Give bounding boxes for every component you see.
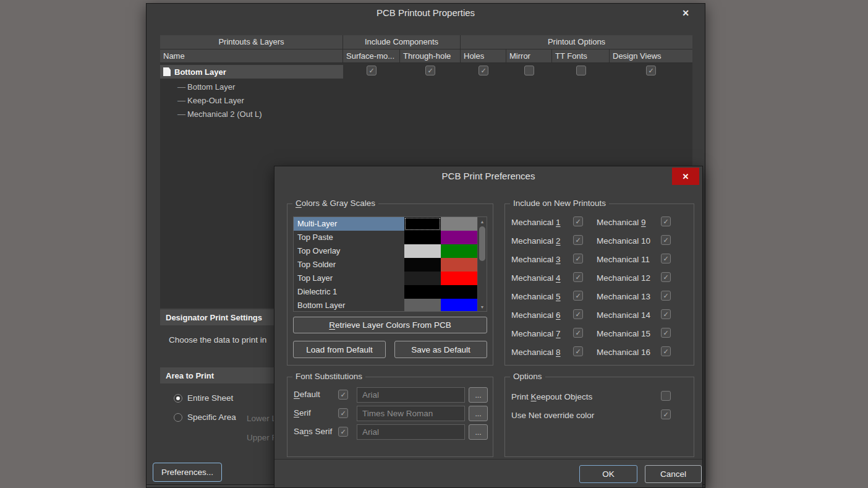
mechanical-4-checkbox[interactable]: ✓ xyxy=(573,272,583,282)
entire-sheet-option[interactable]: Entire Sheet xyxy=(174,393,233,403)
mechanical-row: Mechanical 12✓ xyxy=(590,270,680,288)
scrollbar-thumb[interactable] xyxy=(479,226,485,261)
printout-row-selected[interactable]: Bottom Layer xyxy=(160,65,343,79)
gray-swatch[interactable] xyxy=(404,217,441,231)
list-item-dielectric-1[interactable]: Dielectric 1 xyxy=(294,285,477,299)
mechanical-15-checkbox[interactable]: ✓ xyxy=(661,328,671,338)
layer-colors-list[interactable]: Multi-Layer Top Paste Top Overlay xyxy=(293,216,487,312)
holes-checkbox[interactable]: ✓ xyxy=(479,66,488,75)
ok-button[interactable]: OK xyxy=(579,465,637,483)
mechanical-9-label: Mechanical 9 xyxy=(597,218,646,227)
scrollbar[interactable]: ▲ ▼ xyxy=(477,217,487,311)
use-net-override-color-checkbox[interactable]: ✓ xyxy=(661,409,671,419)
cancel-button[interactable]: Cancel xyxy=(645,465,702,483)
color-swatch[interactable] xyxy=(441,258,477,272)
pcb-print-preferences-dialog: PCB Print Preferences ✕ Colors & Gray Sc… xyxy=(274,166,703,488)
color-swatch[interactable] xyxy=(441,299,477,312)
serif-font-label: Serif xyxy=(294,408,311,417)
layer-row-keep-out-layer[interactable]: — Keep-Out Layer xyxy=(160,93,343,107)
mechanical-10-checkbox[interactable]: ✓ xyxy=(661,235,671,245)
mechanical-6-label: Mechanical 6 xyxy=(511,310,561,320)
serif-font-browse-button[interactable]: ... xyxy=(469,406,488,421)
list-item-top-overlay[interactable]: Top Overlay xyxy=(294,244,477,258)
mechanical-11-checkbox[interactable]: ✓ xyxy=(661,254,671,263)
mechanical-2-checkbox[interactable]: ✓ xyxy=(573,235,583,245)
gray-swatch[interactable] xyxy=(404,231,441,244)
mechanical-13-checkbox[interactable]: ✓ xyxy=(661,291,671,301)
default-font-checkbox[interactable]: ✓ xyxy=(338,390,348,400)
mirror-checkbox[interactable] xyxy=(524,66,534,75)
load-from-default-button[interactable]: Load from Default xyxy=(293,341,386,358)
scroll-down-icon[interactable]: ▼ xyxy=(478,302,487,311)
mechanical-6-checkbox[interactable]: ✓ xyxy=(573,309,583,319)
list-item-top-paste[interactable]: Top Paste xyxy=(294,231,477,244)
mechanical-column-1: Mechanical 1✓ Mechanical 2✓ Mechanical 3… xyxy=(505,214,589,362)
mechanical-14-checkbox[interactable]: ✓ xyxy=(661,309,671,319)
include-on-new-printouts-title: Include on New Printouts xyxy=(510,199,609,208)
layer-name: Top Layer xyxy=(294,272,404,285)
table-group-header-row: Printouts & Layers Include Components Pr… xyxy=(160,35,692,49)
default-font-browse-button[interactable]: ... xyxy=(469,387,488,403)
scroll-up-icon[interactable]: ▲ xyxy=(478,217,487,226)
list-item-top-solder[interactable]: Top Solder xyxy=(294,258,477,272)
mechanical-16-label: Mechanical 16 xyxy=(597,348,650,357)
sans-serif-font-label: Sans Serif xyxy=(294,427,332,436)
save-as-default-button[interactable]: Save as Default xyxy=(394,341,487,358)
serif-font-checkbox[interactable]: ✓ xyxy=(338,408,348,418)
sans-serif-font-input[interactable] xyxy=(357,424,465,440)
mechanical-5-checkbox[interactable]: ✓ xyxy=(573,291,583,301)
mechanical-7-checkbox[interactable]: ✓ xyxy=(573,328,583,338)
default-font-input[interactable] xyxy=(357,387,465,403)
serif-font-input[interactable] xyxy=(357,406,465,421)
gray-swatch[interactable] xyxy=(404,285,441,299)
color-swatch[interactable] xyxy=(441,217,477,231)
layer-name: Keep-Out Layer xyxy=(187,96,244,105)
design-views-checkbox[interactable]: ✓ xyxy=(646,66,656,75)
list-item-multi-layer[interactable]: Multi-Layer xyxy=(294,217,477,231)
surface-mounted-checkbox[interactable]: ✓ xyxy=(367,66,377,75)
gray-swatch[interactable] xyxy=(404,272,441,285)
mechanical-16-checkbox[interactable]: ✓ xyxy=(661,346,671,356)
include-on-new-printouts-group: Include on New Printouts Mechanical 1✓ M… xyxy=(504,203,694,366)
mechanical-15-label: Mechanical 15 xyxy=(597,329,650,338)
sans-serif-font-checkbox[interactable]: ✓ xyxy=(338,427,348,437)
layer-row-mechanical-2[interactable]: — Mechanical 2 (Out L) xyxy=(160,107,343,121)
preferences-button[interactable]: Preferences... xyxy=(153,463,222,482)
mechanical-3-checkbox[interactable]: ✓ xyxy=(573,254,583,263)
mechanical-row: Mechanical 1✓ xyxy=(505,214,589,233)
through-hole-checkbox[interactable]: ✓ xyxy=(425,66,435,75)
specific-area-radio[interactable] xyxy=(174,413,182,422)
list-item-top-layer[interactable]: Top Layer xyxy=(294,272,477,285)
layer-name: Bottom Layer xyxy=(294,299,404,312)
entire-sheet-radio[interactable] xyxy=(174,394,182,403)
list-item-bottom-layer[interactable]: Bottom Layer xyxy=(294,299,477,312)
prefs-dialog-titlebar: PCB Print Preferences ✕ xyxy=(274,166,702,186)
group-header-printout-options: Printout Options xyxy=(461,35,692,49)
gray-swatch[interactable] xyxy=(404,244,441,258)
gray-swatch[interactable] xyxy=(404,299,441,312)
retrieve-layer-colors-button[interactable]: Retrieve Layer Colors From PCB xyxy=(293,317,487,333)
sans-serif-font-browse-button[interactable]: ... xyxy=(469,424,488,440)
specific-area-option[interactable]: Specific Area xyxy=(174,413,236,422)
close-icon[interactable]: ✕ xyxy=(672,168,699,185)
colors-gray-scales-group: Colors & Gray Scales Multi-Layer Top Pas… xyxy=(287,203,493,366)
gray-swatch[interactable] xyxy=(404,258,441,272)
color-swatch[interactable] xyxy=(441,285,477,299)
mechanical-4-label: Mechanical 4 xyxy=(511,273,561,283)
mechanical-row: Mechanical 5✓ xyxy=(505,288,589,307)
mechanical-9-checkbox[interactable]: ✓ xyxy=(661,216,671,226)
color-swatch[interactable] xyxy=(441,244,477,258)
mechanical-8-checkbox[interactable]: ✓ xyxy=(573,346,583,356)
color-swatch[interactable] xyxy=(441,231,477,244)
printout-dialog-titlebar: PCB Printout Properties ✕ xyxy=(147,4,705,22)
mechanical-12-checkbox[interactable]: ✓ xyxy=(661,272,671,282)
layer-row-bottom-layer[interactable]: — Bottom Layer xyxy=(160,80,343,93)
print-keepout-objects-checkbox[interactable] xyxy=(661,391,671,401)
mechanical-1-checkbox[interactable]: ✓ xyxy=(573,216,583,226)
close-icon[interactable]: ✕ xyxy=(678,4,694,22)
layer-name: Mechanical 2 (Out L) xyxy=(187,109,262,119)
layer-name: Multi-Layer xyxy=(294,217,404,231)
tt-fonts-checkbox[interactable] xyxy=(576,66,586,75)
prefs-dialog-title: PCB Print Preferences xyxy=(274,166,702,186)
color-swatch[interactable] xyxy=(441,272,477,285)
